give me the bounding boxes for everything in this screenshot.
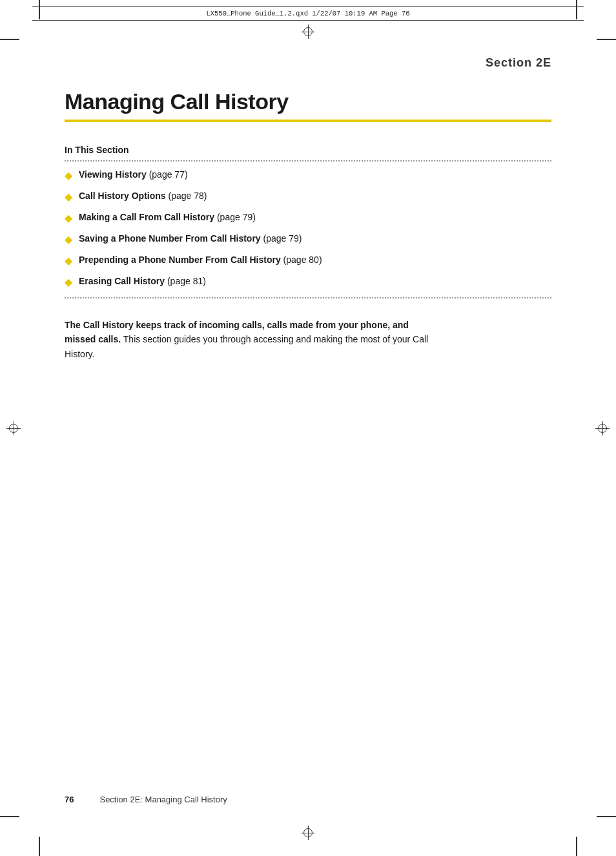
in-this-section-block: In This Section ◆ Viewing History (page … — [65, 145, 551, 298]
list-item-page-1: (page 77) — [147, 169, 188, 180]
section-list: ◆ Viewing History (page 77) ◆ Call Histo… — [65, 169, 551, 288]
list-item-bold-6: Erasing Call History — [79, 276, 165, 286]
list-item-text-1: Viewing History (page 77) — [79, 169, 188, 180]
list-item-bold-5: Prepending a Phone Number From Call Hist… — [79, 255, 281, 265]
crop-mark-bottom-right-h — [597, 816, 616, 817]
list-item-text-6: Erasing Call History (page 81) — [79, 276, 206, 286]
list-item-bold-2: Call History Options — [79, 191, 166, 201]
body-text: The Call History keeps track of incoming… — [65, 318, 439, 361]
bottom-registration-mark — [301, 826, 315, 840]
list-item: ◆ Call History Options (page 78) — [65, 191, 551, 203]
crop-mark-top-left-h — [0, 39, 19, 40]
crop-mark-bottom-right-v — [576, 837, 577, 856]
header-file-info-text: LX550_Phone Guide_1.2.qxd 1/22/07 10:19 … — [206, 10, 409, 17]
footer: 76 Section 2E: Managing Call History — [65, 795, 551, 804]
list-item: ◆ Viewing History (page 77) — [65, 169, 551, 182]
diamond-icon-2: ◆ — [65, 191, 72, 203]
dotted-line-bottom — [65, 297, 551, 298]
list-item-text-3: Making a Call From Call History (page 79… — [79, 212, 256, 222]
in-this-section-heading: In This Section — [65, 145, 551, 155]
list-item-text-2: Call History Options (page 78) — [79, 191, 207, 201]
page: LX550_Phone Guide_1.2.qxd 1/22/07 10:19 … — [0, 0, 616, 856]
title-underline — [65, 120, 551, 122]
diamond-icon-1: ◆ — [65, 169, 72, 182]
chapter-title: Managing Call History — [65, 89, 551, 114]
list-item-page-6: (page 81) — [165, 276, 206, 286]
header-file-info: LX550_Phone Guide_1.2.qxd 1/22/07 10:19 … — [32, 6, 584, 21]
list-item: ◆ Prepending a Phone Number From Call Hi… — [65, 255, 551, 267]
footer-page-number: 76 — [65, 795, 74, 804]
header-bar: LX550_Phone Guide_1.2.qxd 1/22/07 10:19 … — [0, 3, 616, 24]
list-item: ◆ Erasing Call History (page 81) — [65, 276, 551, 288]
list-item-text-4: Saving a Phone Number From Call History … — [79, 233, 302, 244]
list-item-page-2: (page 78) — [166, 191, 207, 201]
diamond-icon-4: ◆ — [65, 233, 72, 245]
list-item-bold-1: Viewing History — [79, 169, 147, 180]
diamond-icon-3: ◆ — [65, 212, 72, 224]
main-content: Section 2E Managing Call History In This… — [0, 30, 616, 387]
list-item-page-4: (page 79) — [261, 233, 302, 244]
diamond-icon-6: ◆ — [65, 276, 72, 288]
crop-mark-bottom-left-h — [0, 816, 19, 817]
crop-mark-bottom-left-v — [39, 837, 40, 856]
crop-mark-top-right-h — [597, 39, 616, 40]
list-item: ◆ Saving a Phone Number From Call Histor… — [65, 233, 551, 245]
list-item-bold-4: Saving a Phone Number From Call History — [79, 233, 261, 244]
top-registration-mark — [301, 25, 315, 39]
left-registration-mark — [6, 421, 21, 435]
right-registration-mark — [595, 421, 610, 435]
section-label: Section 2E — [65, 56, 551, 70]
list-item-page-5: (page 80) — [281, 255, 322, 265]
footer-section-text: Section 2E: Managing Call History — [99, 795, 227, 804]
list-item-text-5: Prepending a Phone Number From Call Hist… — [79, 255, 322, 265]
list-item: ◆ Making a Call From Call History (page … — [65, 212, 551, 224]
list-item-page-3: (page 79) — [214, 212, 256, 222]
dotted-line-top — [65, 160, 551, 162]
diamond-icon-5: ◆ — [65, 255, 72, 267]
list-item-bold-3: Making a Call From Call History — [79, 212, 214, 222]
